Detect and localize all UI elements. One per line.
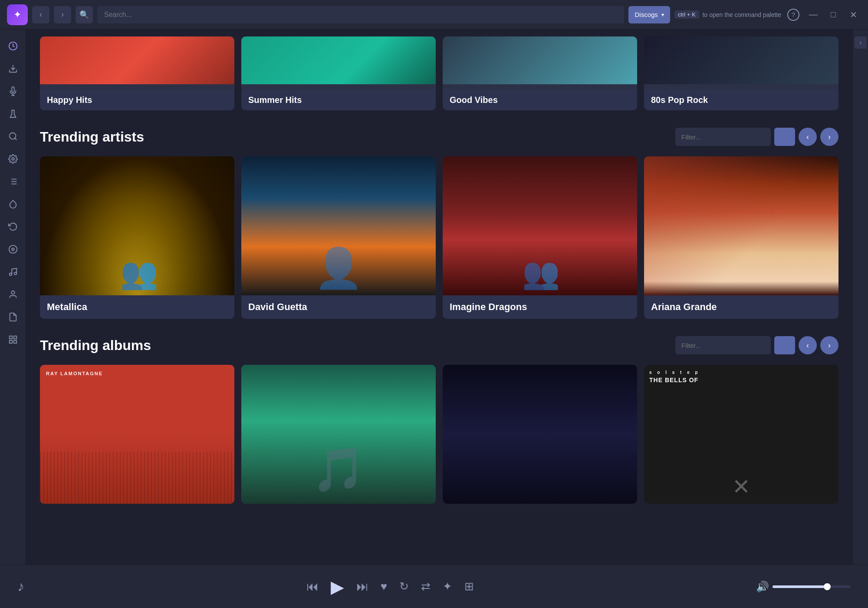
artists-grid: 👥 Metallica 👤 David Guetta 👥 [40,156,838,319]
volume-slider-thumb[interactable] [824,583,831,590]
trending-artists-header: Trending artists ‹ › [40,128,838,146]
svg-rect-20 [13,340,16,343]
equalizer-button[interactable]: ⊞ [464,580,474,593]
back-button[interactable]: ‹ [32,6,49,23]
artists-prev-button[interactable]: ‹ [799,128,817,146]
album-card-3[interactable] [443,365,637,504]
trending-artists-filter-group: ‹ › [675,128,838,146]
sidebar-item-flask[interactable] [3,104,23,123]
repeat-button[interactable]: ↻ [399,580,409,593]
artist-label-imagine-dragons: Imagine Dragons [443,295,637,319]
player-bar: ♪ ⏮ ▶ ⏭ ♥ ↻ ⇄ ✦ ⊞ 🔊 [0,565,868,608]
svg-point-4 [9,133,16,139]
app-logo: ✦ [7,4,28,25]
sidebar-item-music[interactable] [3,262,23,281]
svg-point-13 [9,245,16,253]
minimize-button[interactable]: — [806,7,821,23]
sidebar-item-mic[interactable] [3,82,23,101]
sidebar-item-history[interactable] [3,217,23,236]
sidebar-item-download[interactable] [3,59,23,78]
albums-next-button[interactable]: › [820,336,838,354]
sidebar-item-circle[interactable] [3,240,23,259]
artist-card-david-guetta[interactable]: 👤 David Guetta [241,156,436,319]
playlist-label-summer-hits: Summer Hits [241,90,436,110]
volume-slider-track[interactable] [773,585,851,588]
albums-prev-button[interactable]: ‹ [799,336,817,354]
svg-line-5 [15,138,16,140]
discogs-label: Discogs [635,11,658,18]
sidebar-item-search[interactable] [3,127,23,146]
sidebar-item-list[interactable] [3,172,23,191]
kbd-shortcut: ctrl + K [674,10,699,19]
svg-rect-18 [9,336,12,339]
playlist-card-80s-pop-rock[interactable]: 80s Pop Rock [644,36,838,110]
trending-artists-title: Trending artists [40,129,675,145]
sidebar-item-clock[interactable] [3,36,23,56]
sidebar-item-user[interactable] [3,285,23,304]
minimize-icon: — [809,10,818,20]
artist-card-metallica[interactable]: 👥 Metallica [40,156,234,319]
keyboard-hint: ctrl + K to open the command palette [674,10,781,19]
artist-label-metallica: Metallica [40,295,234,319]
artists-filter-button[interactable] [774,128,795,146]
topbar: ✦ ‹ › 🔍 Discogs ▾ ctrl + K to open the c… [0,0,868,30]
content-area: Happy Hits Summer Hits Good Vibes 80s Po… [26,30,852,565]
topbar-right: ? — □ ✕ [786,7,861,23]
playlist-label-good-vibes: Good Vibes [443,90,637,110]
collapse-icon: › [859,39,861,46]
trending-albums-title: Trending albums [40,337,675,354]
player-controls: ⏮ ▶ ⏭ ♥ ↻ ⇄ ✦ ⊞ [35,577,746,597]
back-icon: ‹ [39,10,42,19]
kbd-hint-text: to open the command palette [703,11,781,18]
albums-grid: RAY LAMONTAGNE 🎵 [40,365,838,504]
playlist-card-happy-hits[interactable]: Happy Hits [40,36,234,110]
shuffle-button[interactable]: ⇄ [421,580,431,593]
sidebar-item-drops[interactable] [3,195,23,214]
playlist-label-happy-hits: Happy Hits [40,90,234,110]
now-playing-music-note: ♪ [17,578,24,595]
svg-rect-21 [9,340,12,343]
help-icon: ? [787,9,799,21]
chevron-right-icon: › [828,132,831,142]
playlists-row: Happy Hits Summer Hits Good Vibes 80s Po… [40,36,838,110]
trending-albums-header: Trending albums ‹ › [40,336,838,354]
magic-button[interactable]: ✦ [443,580,452,593]
albums-filter-input[interactable] [675,336,771,354]
svg-point-6 [12,158,14,160]
help-button[interactable]: ? [786,7,801,23]
svg-rect-19 [13,336,16,339]
discogs-button[interactable]: Discogs ▾ [628,6,670,23]
chevron-left-icon: ‹ [806,132,809,142]
play-button[interactable]: ▶ [331,577,344,597]
artist-card-imagine-dragons[interactable]: 👥 Imagine Dragons [443,156,637,319]
sidebar-item-document[interactable] [3,307,23,327]
albums-filter-button[interactable] [774,336,795,354]
maximize-button[interactable]: □ [825,7,841,23]
search-input[interactable] [97,6,624,23]
logo-icon: ✦ [13,9,21,20]
svg-point-16 [14,272,16,275]
collapse-button[interactable]: › [855,36,867,49]
sidebar-item-settings[interactable] [3,149,23,169]
main-layout: Happy Hits Summer Hits Good Vibes 80s Po… [0,30,868,565]
forward-button[interactable]: › [54,6,71,23]
album-card-bells[interactable]: s o l s t e p THE BELLS OF ✕ [644,365,838,504]
close-button[interactable]: ✕ [845,7,861,23]
artists-filter-input[interactable] [675,128,771,146]
album-card-ray-lamontagne[interactable]: RAY LAMONTAGNE [40,365,234,504]
heart-button[interactable]: ♥ [381,580,387,593]
volume-slider-fill [773,585,827,588]
playlist-card-good-vibes[interactable]: Good Vibes [443,36,637,110]
sidebar-item-grid[interactable] [3,330,23,349]
album-card-2[interactable]: 🎵 [241,365,436,504]
artist-card-ariana-grande[interactable]: Ariana Grande [644,156,838,319]
prev-button[interactable]: ⏮ [306,579,319,594]
search-icon: 🔍 [79,10,89,20]
playlist-card-summer-hits[interactable]: Summer Hits [241,36,436,110]
search-toggle-button[interactable]: 🔍 [76,6,93,23]
next-button[interactable]: ⏭ [356,579,368,594]
artists-next-button[interactable]: › [820,128,838,146]
close-icon: ✕ [850,10,857,20]
maximize-icon: □ [831,10,836,20]
sidebar [0,30,26,565]
